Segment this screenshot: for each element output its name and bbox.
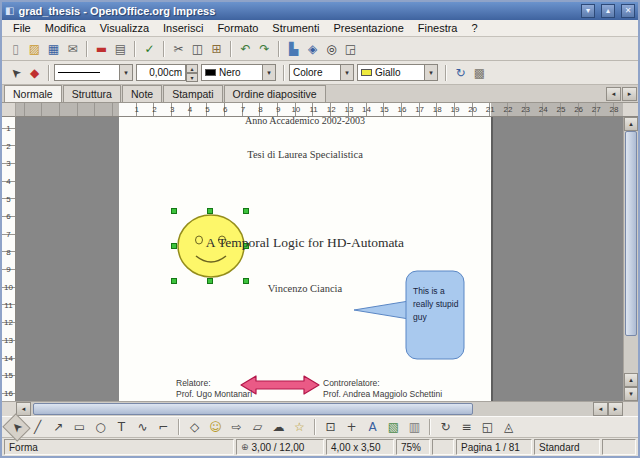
tab-ordine-diapositive[interactable]: Ordine diapositive xyxy=(224,85,326,102)
line-width-input[interactable]: 0,00cm xyxy=(136,64,186,81)
slide-subtitle-text[interactable]: Tesi di Laurea Specialistica xyxy=(119,149,491,160)
menu-modifica[interactable]: Modifica xyxy=(38,21,93,35)
alignment-button[interactable]: ≡ xyxy=(456,418,477,437)
paste-button[interactable]: ⊞ xyxy=(207,39,226,59)
tab-normale[interactable]: Normale xyxy=(4,85,62,102)
arrange-button[interactable]: ◱ xyxy=(477,418,498,437)
resize-grip[interactable] xyxy=(623,402,638,416)
vertical-scrollbar-thumb[interactable] xyxy=(625,131,637,336)
copy-button[interactable]: ◫ xyxy=(188,39,207,59)
connector-button[interactable]: ⌐ xyxy=(153,418,174,437)
callout-text[interactable]: This is a really stupid guy xyxy=(413,285,465,324)
tab-scroll-left-icon[interactable]: ◂ xyxy=(606,87,621,101)
fill-type-select[interactable]: Colore xyxy=(289,64,341,81)
slide-header-text[interactable]: Anno Accademico 2002-2003 xyxy=(119,117,491,126)
menu-presentazione[interactable]: Presentazione xyxy=(326,21,410,35)
print-button[interactable]: ▤ xyxy=(111,39,130,59)
slide-title-text[interactable]: A Temporal Logic for HD-Automata xyxy=(119,235,491,251)
scroll-left-icon[interactable]: ◂ xyxy=(593,402,608,416)
curve-button[interactable]: ∿ xyxy=(132,418,153,437)
spin-down-icon[interactable]: ▾ xyxy=(186,73,198,82)
scroll-down-icon[interactable]: ▾ xyxy=(624,387,638,401)
tab-stampati[interactable]: Stampati xyxy=(163,85,222,102)
slide-canvas[interactable]: Anno Accademico 2002-2003 Tesi di Laurea… xyxy=(16,117,623,401)
close-button[interactable]: ✕ xyxy=(621,4,635,18)
tab-scroll-right-icon[interactable]: ▸ xyxy=(622,87,637,101)
from-file-button[interactable]: ▧ xyxy=(383,418,404,437)
basic-shapes-button[interactable]: ◇ xyxy=(184,418,205,437)
line-color-select[interactable]: Nero xyxy=(201,64,263,81)
vertical-scrollbar-track[interactable] xyxy=(624,131,638,373)
fill-type-dropdown-icon[interactable]: ▾ xyxy=(341,64,354,81)
horizontal-scrollbar[interactable]: ◂ ◂ ▸ xyxy=(16,402,623,416)
selection-handle[interactable] xyxy=(207,208,213,214)
ellipse-button[interactable]: ○ xyxy=(90,418,111,437)
relatore-block[interactable]: Relatore: Prof. Ugo Montanari xyxy=(176,378,252,400)
scroll-right-icon[interactable]: ▸ xyxy=(608,402,623,416)
status-zoom[interactable]: 75% xyxy=(396,439,430,455)
view-tab-bar: NormaleStrutturaNoteStampatiOrdine diapo… xyxy=(2,85,638,103)
symbol-shapes-button[interactable]: ☺ xyxy=(205,418,226,437)
scroll-up-icon[interactable]: ▴ xyxy=(624,373,638,387)
line-width-spinner[interactable]: ▴ ▾ xyxy=(186,64,198,81)
menu-inserisci[interactable]: Inserisci xyxy=(156,21,210,35)
horizontal-ruler[interactable]: 1234567891011121314151617181920212223242… xyxy=(16,103,623,117)
rectangle-button[interactable]: ▭ xyxy=(69,418,90,437)
menu-finestra[interactable]: Finestra xyxy=(411,21,465,35)
chart-button[interactable]: ▙ xyxy=(284,39,303,59)
horizontal-scrollbar-track[interactable] xyxy=(31,402,593,416)
document-email-button[interactable]: ✉ xyxy=(63,39,82,59)
shadow-icon[interactable]: ▩ xyxy=(470,63,489,83)
rotate-mode-icon[interactable]: ↻ xyxy=(451,63,470,83)
maximize-button[interactable]: ▴ xyxy=(601,4,615,18)
selection-handle[interactable] xyxy=(243,208,249,214)
flowchart-button[interactable]: ▱ xyxy=(247,418,268,437)
ruler-number: 15 xyxy=(375,103,393,116)
minimize-button[interactable]: ▾ xyxy=(581,4,595,18)
menu-help[interactable]: ? xyxy=(465,21,485,35)
undo-button[interactable]: ↶ xyxy=(236,39,255,59)
callouts-button[interactable]: ☁ xyxy=(268,418,289,437)
tab-struttura[interactable]: Struttura xyxy=(63,85,121,102)
extrusion-button[interactable]: ◬ xyxy=(498,418,519,437)
fill-color-select[interactable]: Giallo xyxy=(357,64,425,81)
edit-points-button[interactable]: ⊡ xyxy=(320,418,341,437)
glue-points-button[interactable]: + xyxy=(341,418,362,437)
presentation-button[interactable]: ◲ xyxy=(341,39,360,59)
spellcheck-button[interactable]: ✓ xyxy=(140,39,159,59)
save-button[interactable]: ▦ xyxy=(44,39,63,59)
selection-handle[interactable] xyxy=(171,208,177,214)
stars-button[interactable]: ☆ xyxy=(289,418,310,437)
title-bar[interactable]: ◧ grad_thesis - OpenOffice.org Impress ▾… xyxy=(2,2,638,20)
slide-page[interactable]: Anno Accademico 2002-2003 Tesi di Laurea… xyxy=(119,117,491,401)
export-pdf-button[interactable]: ▬ xyxy=(92,39,111,59)
horizontal-scrollbar-thumb[interactable] xyxy=(33,403,473,415)
rotate-button[interactable]: ↻ xyxy=(435,418,456,437)
menu-file[interactable]: File xyxy=(6,21,38,35)
open-button[interactable]: ▨ xyxy=(25,39,44,59)
fill-color-dropdown-icon[interactable]: ▾ xyxy=(425,64,438,81)
menu-formato[interactable]: Formato xyxy=(210,21,265,35)
line-color-dropdown-icon[interactable]: ▾ xyxy=(263,64,276,81)
line-style-dropdown-icon[interactable]: ▾ xyxy=(120,64,133,81)
text-button[interactable]: T xyxy=(111,418,132,437)
cut-button[interactable]: ✂ xyxy=(169,39,188,59)
scroll-up-icon[interactable]: ▴ xyxy=(624,117,638,131)
controrelatore-block[interactable]: Controrelatore: Prof. Andrea Maggiolo Sc… xyxy=(323,378,442,400)
navigator-button[interactable]: ◈ xyxy=(303,39,322,59)
zoom-button[interactable]: ◎ xyxy=(322,39,341,59)
redo-button[interactable]: ↷ xyxy=(255,39,274,59)
gallery-button[interactable]: ▥ xyxy=(404,418,425,437)
tab-note[interactable]: Note xyxy=(122,85,162,102)
fontwork-button[interactable]: A xyxy=(362,418,383,437)
spin-up-icon[interactable]: ▴ xyxy=(186,64,198,73)
vertical-ruler[interactable]: 12345678910111213141516 xyxy=(2,117,16,401)
block-arrows-button[interactable]: ⇨ xyxy=(226,418,247,437)
menu-strumenti[interactable]: Strumenti xyxy=(265,21,326,35)
vertical-scrollbar[interactable]: ▴ ▴ ▾ xyxy=(623,117,638,401)
arrow-button[interactable]: ↗ xyxy=(48,418,69,437)
new-document-button[interactable]: ▯ xyxy=(6,39,25,59)
menu-visualizza[interactable]: Visualizza xyxy=(93,21,156,35)
line-style-select[interactable] xyxy=(54,64,120,81)
scroll-left-icon[interactable]: ◂ xyxy=(16,402,31,416)
